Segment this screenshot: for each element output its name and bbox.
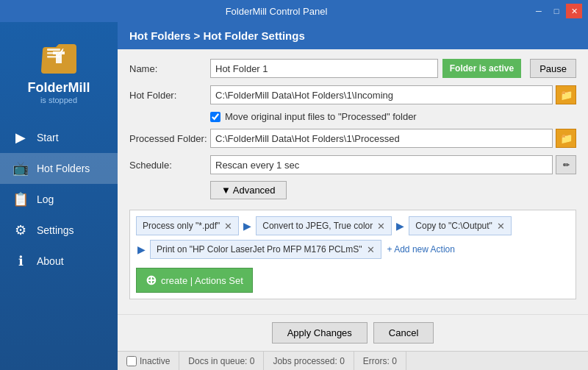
sidebar: FolderMill is stopped ▶ Start 📺 Hot Fold… <box>0 22 118 370</box>
action-tag-3: Copy to "C:\Output" ✕ <box>409 216 512 235</box>
action-tag-4: Print on "HP Color LaserJet Pro MFP M176… <box>150 240 381 259</box>
action-tag-3-remove[interactable]: ✕ <box>495 221 506 231</box>
processed-folder-input[interactable] <box>210 129 553 148</box>
app-name: FolderMill <box>28 81 90 94</box>
action-tag-4-label: Print on "HP Color LaserJet Pro MFP M176… <box>157 244 362 255</box>
hot-folder-browse-button[interactable]: 📁 <box>556 85 576 104</box>
sidebar-item-hot-folders[interactable]: 📺 Hot Folders <box>0 153 118 184</box>
status-errors: Errors: 0 <box>354 352 406 370</box>
start-icon: ▶ <box>12 129 29 146</box>
sidebar-item-start[interactable]: ▶ Start <box>0 122 118 153</box>
processed-folder-browse-icon: 📁 <box>560 132 573 144</box>
move-checkbox-row: Move original input files to "Processed"… <box>210 111 576 122</box>
action-tag-2: Convert to JPEG, True color ✕ <box>256 216 392 235</box>
advanced-button[interactable]: ▼ Advanced <box>210 181 287 199</box>
processed-folder-browse-button[interactable]: 📁 <box>556 129 576 148</box>
minimize-button[interactable]: ─ <box>531 4 547 18</box>
action-arrow-3: ▶ <box>137 243 146 255</box>
breadcrumb: Hot Folders > Hot Folder Settings <box>129 29 305 42</box>
action-tag-1-remove[interactable]: ✕ <box>223 221 234 231</box>
hot-folder-input[interactable] <box>210 85 553 104</box>
pause-button[interactable]: Pause <box>530 59 576 78</box>
sidebar-logo: FolderMill is stopped <box>28 34 90 104</box>
sidebar-item-about-label: About <box>37 255 64 267</box>
svg-rect-1 <box>47 52 57 54</box>
status-bar: Inactive Docs in queue: 0 Jobs processed… <box>118 351 588 370</box>
action-tag-2-remove[interactable]: ✕ <box>376 221 387 231</box>
docs-in-queue-text: Docs in queue: 0 <box>188 356 254 366</box>
create-actions-set-button[interactable]: ⊕ create | Actions Set <box>136 268 253 293</box>
errors-text: Errors: 0 <box>363 356 397 366</box>
actions-area: Process only "*.pdf" ✕ ▶ Convert to JPEG… <box>129 210 576 299</box>
actions-row-1: Process only "*.pdf" ✕ ▶ Convert to JPEG… <box>136 216 570 235</box>
apply-changes-button[interactable]: Apply Changes <box>272 322 368 344</box>
close-button[interactable]: ✕ <box>566 4 582 18</box>
status-docs-queue: Docs in queue: 0 <box>179 352 264 370</box>
sidebar-item-hot-folders-label: Hot Folders <box>37 163 90 174</box>
sidebar-item-settings[interactable]: ⚙ Settings <box>0 215 118 246</box>
app-status: is stopped <box>40 96 77 104</box>
status-inactive: Inactive <box>123 352 179 370</box>
bottom-buttons: Apply Changes Cancel <box>118 314 588 351</box>
log-icon: 📋 <box>12 191 29 207</box>
about-icon: ℹ <box>12 253 29 269</box>
inactive-label: Inactive <box>140 356 170 366</box>
processed-folder-row: Processed Folder: 📁 <box>129 128 576 149</box>
action-arrow-2: ▶ <box>396 220 404 232</box>
svg-rect-2 <box>47 56 60 58</box>
main-area: Name: Folder is active Pause Hot Folder:… <box>118 49 588 314</box>
processed-folder-label: Processed Folder: <box>129 133 210 144</box>
logo-icon <box>35 34 82 81</box>
actions-row-2: ▶ Print on "HP Color LaserJet Pro MFP M1… <box>136 240 570 259</box>
action-tag-4-remove[interactable]: ✕ <box>365 245 376 255</box>
name-row: Name: Folder is active Pause <box>129 58 576 79</box>
hot-folders-icon: 📺 <box>12 160 29 177</box>
action-arrow-1: ▶ <box>243 220 251 232</box>
move-checkbox[interactable] <box>210 112 220 122</box>
title-bar: FolderMill Control Panel ─ □ ✕ <box>0 0 588 22</box>
move-checkbox-label: Move original input files to "Processed"… <box>225 111 417 122</box>
jobs-processed-text: Jobs processed: 0 <box>273 356 344 366</box>
status-jobs-processed: Jobs processed: 0 <box>264 352 354 370</box>
content-area: Hot Folders > Hot Folder Settings Name: … <box>118 22 588 370</box>
name-label: Name: <box>129 63 210 74</box>
settings-icon: ⚙ <box>12 222 29 238</box>
create-set-label: create | Actions Set <box>161 275 243 286</box>
page-header: Hot Folders > Hot Folder Settings <box>118 22 588 49</box>
sidebar-item-start-label: Start <box>37 132 59 143</box>
name-input[interactable] <box>210 59 438 78</box>
sidebar-item-about[interactable]: ℹ About <box>0 246 118 277</box>
sidebar-item-log[interactable]: 📋 Log <box>0 184 118 215</box>
add-new-action-button[interactable]: + Add new Action <box>384 242 458 257</box>
schedule-edit-icon: ✏ <box>563 160 570 170</box>
action-tag-2-label: Convert to JPEG, True color <box>262 221 373 231</box>
action-tag-1: Process only "*.pdf" ✕ <box>136 216 239 235</box>
schedule-edit-button[interactable]: ✏ <box>556 155 576 174</box>
inactive-checkbox[interactable] <box>126 356 137 366</box>
hot-folder-label: Hot Folder: <box>129 90 210 101</box>
folder-active-badge: Folder is active <box>442 59 521 78</box>
window-title: FolderMill Control Panel <box>22 6 531 17</box>
action-tag-1-label: Process only "*.pdf" <box>143 221 220 231</box>
schedule-row: Schedule: ✏ <box>129 154 576 175</box>
action-tag-3-label: Copy to "C:\Output" <box>415 221 492 231</box>
schedule-input[interactable] <box>210 155 553 174</box>
sidebar-nav: ▶ Start 📺 Hot Folders 📋 Log ⚙ Settings ℹ… <box>0 122 118 277</box>
app-body: FolderMill is stopped ▶ Start 📺 Hot Fold… <box>0 22 588 370</box>
sidebar-item-settings-label: Settings <box>37 224 74 236</box>
window-controls: ─ □ ✕ <box>531 4 582 18</box>
sidebar-item-log-label: Log <box>37 193 54 205</box>
maximize-button[interactable]: □ <box>548 4 564 18</box>
folder-browse-icon: 📁 <box>560 89 573 101</box>
hot-folder-row: Hot Folder: 📁 <box>129 85 576 105</box>
cancel-button[interactable]: Cancel <box>373 322 434 344</box>
svg-rect-0 <box>47 49 60 51</box>
schedule-label: Schedule: <box>129 160 210 171</box>
create-set-icon: ⊕ <box>146 272 157 288</box>
